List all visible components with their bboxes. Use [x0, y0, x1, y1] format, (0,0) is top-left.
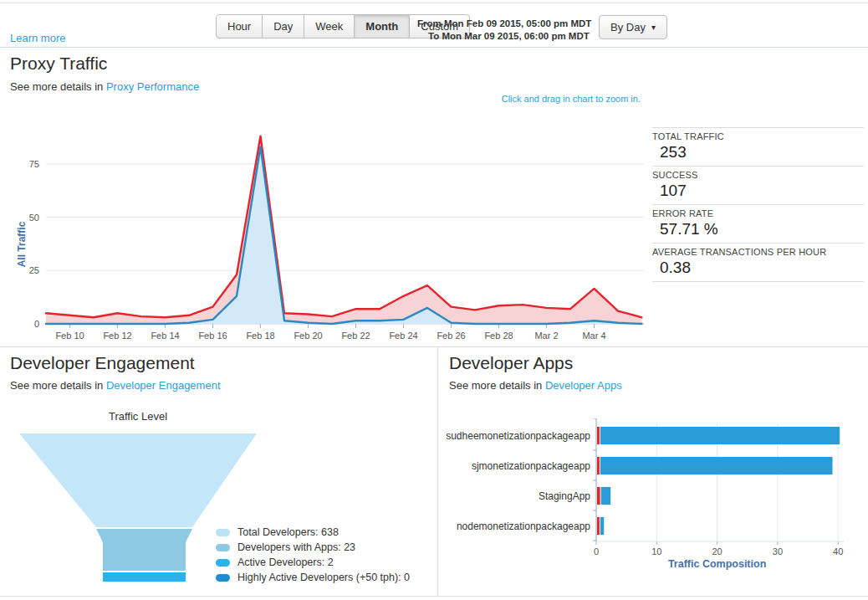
legend-swatch — [216, 529, 230, 536]
svg-text:Feb 12: Feb 12 — [103, 331, 131, 341]
date-range-from: From Mon Feb 09 2015, 05:00 pm MDT — [417, 18, 591, 30]
chart-zoom-hint: Click and drag in chart to zoom in. — [502, 94, 641, 104]
stat-total-traffic: TOTAL TRAFFIC 253 — [652, 127, 864, 166]
svg-text:Feb 10: Feb 10 — [55, 331, 84, 341]
svg-text:0: 0 — [34, 319, 39, 329]
section-divider — [0, 346, 868, 347]
developer-apps-link[interactable]: Developer Apps — [545, 379, 622, 392]
developer-apps-title: Developer Apps — [449, 352, 573, 373]
developer-apps-subtitle-text: See more details in — [449, 379, 542, 392]
group-by-label: By Day — [610, 21, 646, 33]
legend-item-highly-active-developers: Highly Active Developers (+50 tph): 0 — [216, 570, 410, 585]
developer-engagement-subtitle: See more details in Developer Engagement — [10, 379, 221, 392]
svg-text:Feb 22: Feb 22 — [341, 331, 370, 341]
svg-text:25: 25 — [29, 265, 39, 275]
legend-swatch — [216, 559, 230, 567]
legend-label: Developers with Apps: 23 — [237, 541, 355, 553]
svg-text:Traffic Composition: Traffic Composition — [668, 558, 766, 570]
stat-avg-tph: AVERAGE TRANSACTIONS PER HOUR 0.38 — [652, 243, 864, 282]
proxy-traffic-chart[interactable]: 0255075All TrafficFeb 10Feb 12Feb 14Feb … — [0, 117, 652, 341]
developer-engagement-subtitle-text: See more details in — [10, 379, 103, 392]
svg-text:Feb 18: Feb 18 — [246, 331, 274, 341]
legend-item-total-developers: Total Developers: 638 — [216, 525, 410, 540]
developer-apps-subtitle: See more details in Developer Apps — [449, 379, 622, 392]
svg-text:0: 0 — [594, 546, 599, 556]
svg-text:Feb 16: Feb 16 — [198, 331, 227, 341]
stat-label: ERROR RATE — [652, 208, 864, 218]
proxy-performance-link[interactable]: Proxy Performance — [106, 80, 199, 93]
svg-text:50: 50 — [29, 213, 39, 223]
svg-text:10: 10 — [651, 546, 661, 556]
date-range-to: To Mon Mar 09 2015, 06:00 pm MDT — [417, 30, 591, 43]
svg-text:Mar 4: Mar 4 — [582, 331, 605, 341]
developer-apps-bar-chart: 010203040sudheemonetizationpackageappsjm… — [443, 418, 868, 573]
svg-text:75: 75 — [29, 159, 39, 169]
svg-text:sjmonetizationpackageapp: sjmonetizationpackageapp — [472, 460, 590, 472]
learn-more-link[interactable]: Learn more — [10, 32, 65, 44]
funnel-chart-title: Traffic Level — [13, 410, 263, 423]
svg-text:StagingApp: StagingApp — [539, 490, 590, 502]
legend-item-developers-with-apps: Developers with Apps: 23 — [216, 540, 410, 555]
svg-text:sudheemonetizationpackageapp: sudheemonetizationpackageapp — [446, 430, 590, 442]
column-divider — [437, 347, 438, 596]
svg-text:Feb 26: Feb 26 — [437, 331, 465, 341]
legend-swatch — [216, 574, 230, 582]
chevron-down-icon: ▾ — [651, 23, 656, 32]
stat-label: TOTAL TRAFFIC — [652, 131, 864, 141]
dashboard-page: Learn more Hour Day Week Month Custom Fr… — [0, 0, 868, 600]
top-border — [0, 3, 868, 3]
stat-label: AVERAGE TRANSACTIONS PER HOUR — [652, 247, 864, 257]
svg-text:40: 40 — [833, 546, 843, 556]
stat-success: SUCCESS 107 — [652, 166, 864, 204]
legend-swatch — [216, 544, 230, 551]
svg-text:Feb 28: Feb 28 — [484, 331, 513, 341]
proxy-traffic-title: Proxy Traffic — [10, 53, 107, 74]
svg-text:All Traffic: All Traffic — [16, 221, 28, 267]
legend-label: Total Developers: 638 — [237, 526, 339, 538]
svg-text:20: 20 — [712, 546, 722, 556]
stat-value: 253 — [652, 143, 864, 162]
proxy-traffic-subtitle: See more details in Proxy Performance — [10, 80, 199, 93]
svg-text:30: 30 — [773, 546, 783, 556]
range-button-week[interactable]: Week — [304, 14, 355, 38]
group-by-dropdown[interactable]: By Day ▾ — [599, 15, 667, 39]
stat-error-rate: ERROR RATE 57.71 % — [652, 204, 864, 243]
stat-value: 0.38 — [652, 259, 864, 277]
range-button-day[interactable]: Day — [262, 14, 304, 38]
developer-engagement-link[interactable]: Developer Engagement — [106, 379, 221, 392]
svg-text:Feb 14: Feb 14 — [151, 331, 179, 341]
stat-label: SUCCESS — [652, 170, 864, 180]
stat-value: 107 — [652, 182, 864, 200]
svg-text:Mar 2: Mar 2 — [534, 331, 558, 341]
funnel-legend: Total Developers: 638 Developers with Ap… — [216, 525, 410, 585]
legend-label: Active Developers: 2 — [237, 556, 334, 568]
legend-item-active-developers: Active Developers: 2 — [216, 555, 410, 570]
stat-value: 57.71 % — [652, 220, 864, 238]
bottom-border — [0, 596, 868, 597]
proxy-traffic-stats: TOTAL TRAFFIC 253 SUCCESS 107 ERROR RATE… — [652, 127, 864, 282]
date-range-text: From Mon Feb 09 2015, 05:00 pm MDT To Mo… — [417, 18, 591, 43]
proxy-traffic-subtitle-text: See more details in — [10, 80, 103, 93]
header-divider — [0, 47, 868, 48]
range-button-month[interactable]: Month — [354, 14, 410, 38]
range-button-hour[interactable]: Hour — [216, 14, 263, 38]
legend-label: Highly Active Developers (+50 tph): 0 — [237, 572, 410, 583]
svg-text:Feb 20: Feb 20 — [294, 331, 322, 341]
developer-engagement-title: Developer Engagement — [10, 352, 195, 373]
svg-text:nodemonetizationpackageapp: nodemonetizationpackageapp — [457, 521, 590, 532]
svg-text:Feb 24: Feb 24 — [389, 331, 417, 341]
